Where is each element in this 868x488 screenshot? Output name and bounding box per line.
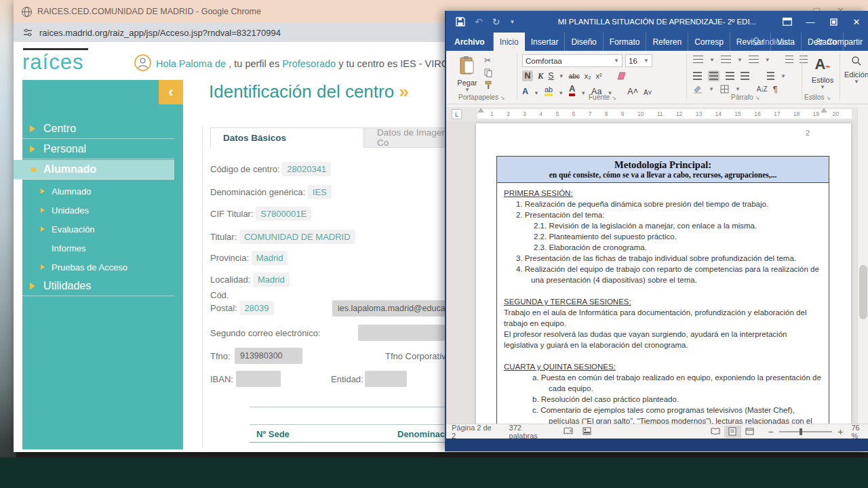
- tab-diseno[interactable]: Diseño: [565, 33, 603, 51]
- sidebar-collapse-button[interactable]: ‹: [159, 80, 183, 104]
- multilevel-list-icon[interactable]: [749, 56, 759, 64]
- word-minimize-button[interactable]: —: [799, 11, 822, 33]
- styles-label: Estilos: [808, 76, 837, 84]
- scrollbar-thumb[interactable]: [859, 265, 867, 319]
- bullets-icon[interactable]: [693, 56, 703, 64]
- document-area[interactable]: 2 Metodología Principal: en qué consiste…: [446, 121, 859, 424]
- shading-icon[interactable]: [693, 85, 703, 94]
- tab-correspondencia[interactable]: Corresp: [688, 33, 730, 51]
- decrease-indent-icon[interactable]: [785, 56, 793, 64]
- align-center-icon[interactable]: [708, 70, 719, 81]
- clear-formatting-icon[interactable]: [617, 72, 627, 80]
- sidebar-subitem-unidades[interactable]: Unidades: [14, 201, 174, 220]
- field-label: Titular:: [210, 232, 237, 242]
- sidebar-item-centro[interactable]: Centro: [14, 119, 174, 139]
- word-restore-button[interactable]: [822, 11, 845, 33]
- qat-customize-icon[interactable]: ▼: [509, 19, 515, 25]
- undo-icon[interactable]: ↶: [475, 16, 483, 27]
- email-field[interactable]: ies.lapaloma.madrid@educa.ma: [332, 300, 461, 317]
- underline-button[interactable]: S: [548, 71, 553, 81]
- font-size-combobox[interactable]: 16▼: [625, 54, 652, 67]
- zoom-slider-thumb[interactable]: [800, 428, 802, 435]
- zoom-slider[interactable]: [779, 431, 832, 432]
- tab-referencias[interactable]: Referen: [646, 33, 688, 51]
- sidebar-item-alumnado[interactable]: Alumnado: [14, 160, 174, 180]
- tab-selector[interactable]: L: [452, 109, 462, 119]
- italic-button[interactable]: K: [538, 71, 543, 81]
- tfno-field[interactable]: 913980300: [235, 348, 302, 364]
- align-left-icon[interactable]: [693, 72, 702, 80]
- web-layout-button[interactable]: [741, 426, 759, 438]
- word-close-button[interactable]: ✕: [845, 11, 868, 33]
- font-color-button[interactable]: A: [569, 84, 575, 96]
- format-painter-icon[interactable]: [484, 80, 493, 92]
- grow-font-button[interactable]: A˄: [627, 87, 638, 96]
- dialog-launcher-icon[interactable]: ↘: [826, 95, 831, 101]
- status-word-count[interactable]: 372 palabras: [509, 424, 551, 440]
- numbering-icon[interactable]: [721, 56, 731, 64]
- zoom-out-button[interactable]: −: [768, 426, 774, 437]
- line-spacing-icon[interactable]: [767, 72, 774, 80]
- tab-insertar[interactable]: Insertar: [525, 33, 566, 51]
- proofing-icon[interactable]: [564, 427, 573, 436]
- entidad-field[interactable]: [365, 371, 407, 387]
- site-settings-icon[interactable]: [23, 28, 33, 37]
- sidebar-item-personal[interactable]: Personal: [14, 140, 174, 159]
- macro-icon[interactable]: [583, 427, 591, 436]
- align-right-icon[interactable]: [726, 72, 734, 80]
- text-effects-button[interactable]: A: [522, 87, 528, 96]
- subscript-button[interactable]: x₂: [585, 72, 591, 80]
- editing-button[interactable]: Edición ▼: [844, 56, 868, 85]
- indent-marker-left[interactable]: [477, 108, 484, 113]
- bold-button[interactable]: N: [522, 70, 533, 81]
- zoom-in-button[interactable]: +: [837, 426, 843, 437]
- status-page-count[interactable]: Página 2 de 2: [452, 424, 497, 440]
- increase-indent-icon[interactable]: [800, 56, 808, 64]
- dialog-launcher-icon[interactable]: ↘: [612, 95, 616, 101]
- ribbon-display-options-icon[interactable]: [776, 11, 799, 33]
- borders-icon[interactable]: [720, 85, 729, 94]
- cut-icon[interactable]: ✂: [484, 56, 491, 65]
- iban-field[interactable]: [236, 371, 281, 387]
- pilcrow-icon[interactable]: ¶: [773, 84, 778, 94]
- tab-formato[interactable]: Formato: [604, 33, 647, 51]
- field-tfno: Tfno:: [210, 351, 231, 361]
- raices-logo[interactable]: raíces: [22, 50, 83, 75]
- highlight-button[interactable]: ab: [545, 85, 553, 96]
- horizontal-ruler[interactable]: 1 2 3 4 5 6 7 8 9 10 11 12 13 14 15 16 1…: [477, 109, 852, 119]
- redo-icon[interactable]: ↻: [492, 16, 500, 27]
- word-titlebar[interactable]: ↶ ↻ ▼ MI PLANTILLA SITUACIÓN DE APRENDIZ…: [446, 11, 868, 33]
- zoom-percentage[interactable]: 76 %: [851, 424, 868, 440]
- sidebar-subitem-pruebas-de-acceso[interactable]: Pruebas de Acceso: [14, 258, 174, 277]
- shrink-font-button[interactable]: A˅: [644, 89, 652, 96]
- styles-button[interactable]: A⌁ Estilos ▼: [808, 56, 837, 90]
- copy-icon[interactable]: [484, 68, 492, 80]
- print-layout-button[interactable]: [724, 426, 742, 438]
- sidebar-item-utilidades[interactable]: Utilidades: [14, 277, 174, 296]
- save-icon[interactable]: [456, 17, 465, 26]
- superscript-button[interactable]: x²: [596, 72, 602, 80]
- field-label: Postal:: [210, 303, 237, 313]
- sort-icon[interactable]: A↓Z: [757, 85, 767, 93]
- read-mode-button[interactable]: [707, 426, 724, 438]
- tell-me-box[interactable]: Indicar...: [753, 33, 793, 51]
- chevron-down-icon: ▼: [559, 73, 564, 79]
- font-name-combobox[interactable]: Comfortaa▼: [522, 54, 623, 67]
- tab-inicio[interactable]: Inicio: [494, 33, 525, 51]
- strikethrough-button[interactable]: abc: [569, 73, 580, 80]
- indent-marker-right[interactable]: [821, 108, 827, 113]
- justify-icon[interactable]: [741, 72, 749, 80]
- dialog-launcher-icon[interactable]: ↘: [755, 95, 760, 101]
- sidebar-subitem-informes[interactable]: Informes: [14, 239, 174, 258]
- sidebar-subitem-alumnado[interactable]: Alumnado: [14, 182, 174, 201]
- dialog-launcher-icon[interactable]: ↘: [500, 95, 505, 101]
- tab-archivo[interactable]: Archivo: [446, 33, 494, 51]
- greeting-name: Hola Paloma de: [156, 58, 226, 69]
- sidebar-subitem-evaluacion[interactable]: Evaluación: [14, 220, 174, 239]
- tab-datos-basicos[interactable]: Datos Básicos: [210, 127, 363, 148]
- table-body-cell[interactable]: PRIMERA SESIÓN: 1. Realización de pequeñ…: [497, 183, 829, 424]
- url-text[interactable]: raices.madrid.org/raiz_app/jsp/Acceso.js…: [39, 28, 281, 38]
- share-button[interactable]: Compartir: [815, 33, 863, 51]
- document-page[interactable]: 2 Metodología Principal: en qué consiste…: [476, 123, 851, 424]
- paste-button[interactable]: Pegar ▼: [456, 56, 479, 93]
